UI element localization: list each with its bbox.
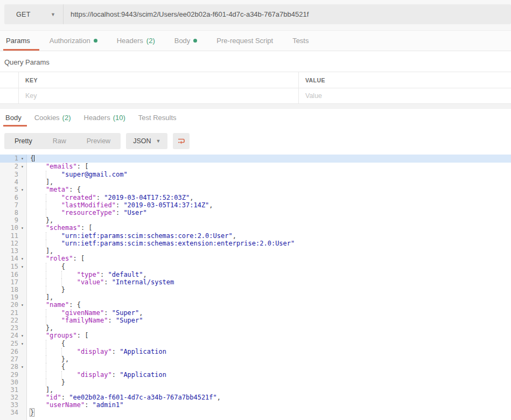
http-method-select[interactable]: GET ▼ — [4, 4, 64, 24]
code-line-15: 15▾{ — [0, 263, 511, 271]
response-tab-headers[interactable]: Headers (10) — [83, 109, 127, 127]
code-line-34: 34} — [0, 409, 511, 416]
fold-caret-icon[interactable]: ▾ — [18, 301, 26, 309]
line-gutter: 8 — [0, 209, 27, 216]
tab-body[interactable]: Body — [173, 31, 199, 51]
param-value-input[interactable] — [305, 92, 501, 100]
fold-caret-icon[interactable]: ▾ — [18, 186, 26, 194]
line-number: 14 — [0, 255, 18, 263]
indent-guide — [61, 278, 77, 286]
line-gutter: 25▾ — [0, 340, 27, 348]
text-cursor — [34, 155, 34, 162]
token-pun: { — [61, 363, 65, 370]
line-number: 29 — [0, 371, 18, 379]
code-line-content: "userName": "admin1" — [27, 401, 511, 409]
code-line-content: "created": "2019-03-04T17:52:03Z", — [27, 194, 511, 201]
request-url-section: GET ▼ https://localhost:9443/scim2/Users… — [0, 0, 511, 31]
code-line-30: 30} — [0, 379, 511, 386]
code-line-26: 26"display": "Application — [0, 348, 511, 355]
response-tab-test-results[interactable]: Test Results — [137, 109, 178, 127]
token-pun: : — [61, 394, 69, 401]
indent-space — [30, 232, 46, 240]
code-line-17: 17"value": "Internal/system — [0, 278, 511, 286]
line-gutter: 17 — [0, 278, 27, 286]
token-pun: { — [61, 340, 65, 347]
code-line-content: { — [27, 340, 511, 348]
token-pun: : { — [69, 301, 81, 309]
code-line-content: "roles": [ — [27, 255, 511, 263]
line-gutter: 28▾ — [0, 363, 27, 371]
token-key: "value" — [77, 278, 104, 286]
response-tab-cookies-count: (2) — [62, 114, 71, 122]
tab-tests[interactable]: Tests — [291, 31, 310, 51]
fold-caret-icon[interactable]: ▾ — [18, 363, 26, 371]
code-line-23: 23}, — [0, 324, 511, 332]
wrap-text-button[interactable] — [173, 133, 190, 149]
code-line-11: 11"urn:ietf:params:scim:schemas:core:2.0… — [0, 232, 511, 240]
line-gutter: 11 — [0, 232, 27, 240]
token-key: "resourceType" — [61, 209, 116, 216]
token-pun: , — [190, 194, 193, 201]
token-key: "userName" — [46, 401, 85, 409]
code-line-content: "groups": [ — [27, 332, 511, 340]
code-line-content: } — [27, 409, 511, 416]
response-tab-cookies[interactable]: Cookies (2) — [33, 109, 72, 127]
view-pretty-button[interactable]: Pretty — [4, 133, 43, 149]
code-line-21: 21"givenName": "Super", — [0, 309, 511, 317]
line-number: 22 — [0, 317, 18, 324]
token-pun: : — [116, 201, 123, 209]
code-line-content: }, — [27, 355, 511, 363]
fold-spacer — [18, 348, 26, 355]
indent-space — [30, 247, 46, 255]
code-line-content: ], — [27, 247, 511, 255]
tab-params[interactable]: Params — [4, 31, 32, 51]
code-line-20: 20▾"name": { — [0, 301, 511, 309]
token-pun: : — [85, 401, 92, 409]
view-preview-button[interactable]: Preview — [76, 133, 121, 149]
token-key: "display" — [77, 348, 112, 355]
line-number: 13 — [0, 247, 18, 255]
token-pun: , — [233, 232, 236, 240]
code-lines: 1▾{2▾"emails": [3"super@gmail.com"4],5▾"… — [0, 155, 511, 416]
code-line-12: 12"urn:ietf:params:scim:schemas:extensio… — [0, 240, 511, 247]
indent-space — [30, 224, 46, 232]
token-key: "roles" — [46, 255, 73, 262]
token-pun: , — [209, 201, 213, 209]
indent-space — [30, 394, 46, 401]
indent-space — [30, 263, 46, 270]
token-pun: ], — [46, 386, 53, 394]
line-number: 12 — [0, 240, 18, 247]
fold-spacer — [18, 216, 26, 224]
fold-caret-icon[interactable]: ▾ — [18, 263, 26, 271]
format-select[interactable]: JSON ▼ — [126, 133, 167, 149]
token-pun: } — [61, 379, 65, 386]
line-number: 23 — [0, 324, 18, 332]
fold-caret-icon[interactable]: ▾ — [18, 163, 26, 171]
view-raw-button[interactable]: Raw — [43, 133, 76, 149]
tab-pre-request-script[interactable]: Pre-request Script — [215, 31, 275, 51]
line-gutter: 5▾ — [0, 186, 27, 194]
token-str: "Application — [120, 371, 166, 379]
line-number: 10 — [0, 224, 18, 232]
fold-spacer — [18, 209, 26, 216]
tab-headers[interactable]: Headers (2) — [115, 31, 157, 51]
indent-space — [30, 317, 46, 324]
token-pun: : — [104, 309, 111, 317]
fold-caret-icon[interactable]: ▾ — [18, 155, 26, 163]
tab-authorization[interactable]: Authorization — [48, 31, 99, 51]
line-number: 20 — [0, 301, 18, 309]
fold-caret-icon[interactable]: ▾ — [18, 255, 26, 263]
token-pun: : [ — [77, 332, 89, 339]
param-key-input[interactable] — [25, 92, 285, 100]
indent-space — [30, 340, 46, 347]
response-tab-body[interactable]: Body — [4, 109, 23, 127]
line-gutter: 10▾ — [0, 224, 27, 232]
indent-space — [30, 201, 46, 209]
fold-spacer — [18, 371, 26, 379]
fold-caret-icon[interactable]: ▾ — [18, 340, 26, 348]
code-line-27: 27}, — [0, 355, 511, 363]
request-url-input[interactable]: https://localhost:9443/scim2/Users/ee02b… — [64, 4, 511, 24]
response-body-code-viewer: 1▾{2▾"emails": [3"super@gmail.com"4],5▾"… — [0, 154, 511, 420]
fold-caret-icon[interactable]: ▾ — [18, 224, 26, 232]
fold-caret-icon[interactable]: ▾ — [18, 332, 26, 340]
